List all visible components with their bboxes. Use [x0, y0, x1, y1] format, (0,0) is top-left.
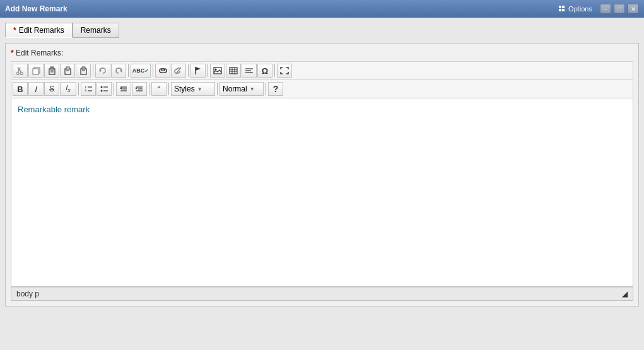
tab-edit-remarks[interactable]: * Edit Remarks [5, 23, 73, 38]
link-button[interactable] [155, 64, 170, 78]
format-label: Normal [223, 85, 247, 93]
title-bar: Add New Remark Options − □ ✕ [0, 0, 644, 18]
svg-rect-15 [66, 67, 69, 69]
table-button[interactable] [226, 64, 241, 78]
resize-handle[interactable]: ◢ [622, 289, 628, 298]
align-button[interactable] [242, 64, 257, 78]
status-bar: body p ◢ [11, 287, 633, 301]
unlink-icon [174, 67, 183, 74]
minimize-button[interactable]: − [600, 4, 611, 14]
paste-word-icon [79, 66, 88, 75]
toolbar-separator-6 [274, 64, 275, 77]
ordered-list-button[interactable]: 1. 2. [81, 82, 96, 96]
help-button[interactable]: ? [268, 82, 283, 96]
undo-icon [98, 67, 107, 74]
redo-button[interactable] [111, 64, 126, 78]
italic-button[interactable]: I [28, 82, 44, 96]
panel-label: * Edit Remarks: [11, 49, 633, 57]
ul-icon [100, 85, 108, 93]
format-dropdown-arrow: ▼ [250, 86, 255, 92]
restore-button[interactable]: □ [614, 4, 625, 14]
format-dropdown[interactable]: Normal ▼ [220, 82, 264, 96]
svg-rect-1 [562, 6, 565, 8]
grid-icon [559, 6, 566, 12]
omega-icon: Ω [262, 66, 268, 76]
svg-rect-28 [230, 67, 237, 74]
svg-rect-11 [50, 67, 54, 69]
svg-marker-25 [196, 67, 201, 71]
svg-point-6 [16, 73, 19, 75]
toolbar-separator-12 [266, 83, 266, 95]
svg-point-27 [215, 69, 217, 71]
toolbar-separator-2 [128, 64, 129, 77]
editor-area[interactable]: Remarkable remark [11, 98, 633, 287]
tab-remarks-label: Remarks [81, 26, 111, 35]
svg-text:2.: 2. [85, 88, 87, 92]
bold-button[interactable]: B [13, 82, 28, 96]
clear-format-icon: Ix [66, 84, 71, 93]
paste-word-button[interactable] [76, 64, 91, 78]
styles-dropdown[interactable]: Styles ▼ [171, 82, 215, 96]
title-bar-controls: Options − □ ✕ [559, 4, 639, 14]
toolbar-row-1: ABC✓ [11, 61, 633, 79]
image-icon [213, 67, 222, 74]
blockquote-button[interactable]: “ [151, 82, 167, 96]
copy-icon [32, 67, 40, 75]
svg-point-7 [20, 73, 23, 75]
unordered-list-button[interactable] [97, 82, 112, 96]
clear-format-button[interactable]: Ix [60, 82, 76, 96]
toolbar-row-2: B I S Ix 1. 2. [11, 79, 633, 98]
toolbar-separator-7 [78, 83, 79, 95]
unlink-button[interactable] [171, 64, 186, 78]
strikethrough-button[interactable]: S [44, 82, 59, 96]
copy-button[interactable] [28, 64, 44, 78]
tab-remarks[interactable]: Remarks [73, 23, 119, 38]
paste-plain-icon [64, 66, 72, 75]
flag-button[interactable] [190, 64, 206, 78]
svg-point-40 [101, 86, 103, 88]
styles-dropdown-arrow: ▼ [197, 86, 202, 92]
special-chars-button[interactable]: Ω [257, 64, 272, 78]
toolbar-separator-10 [168, 83, 169, 95]
svg-rect-3 [562, 9, 565, 11]
align-icon [245, 67, 254, 74]
close-button[interactable]: ✕ [628, 4, 639, 14]
outdent-icon [119, 85, 128, 93]
svg-rect-0 [559, 6, 561, 8]
options-label: Options [568, 5, 592, 13]
link-icon [159, 67, 167, 74]
paste-button[interactable] [44, 64, 59, 78]
tab-bar: * Edit Remarks Remarks [5, 23, 639, 38]
svg-rect-9 [33, 69, 38, 74]
svg-marker-47 [120, 87, 122, 90]
cut-button[interactable] [13, 64, 28, 78]
spellcheck-button[interactable]: ABC✓ [131, 64, 151, 78]
toolbar-separator-8 [114, 83, 114, 95]
toolbar-separator-11 [217, 83, 218, 95]
indent-icon [135, 85, 144, 93]
svg-marker-21 [120, 69, 122, 73]
toolbar-separator-4 [188, 64, 189, 77]
toolbar-separator-1 [93, 64, 93, 77]
redo-icon [114, 67, 123, 74]
toolbar-separator-3 [153, 64, 153, 77]
svg-marker-20 [100, 69, 102, 73]
image-button[interactable] [210, 64, 225, 78]
undo-button[interactable] [95, 64, 110, 78]
toolbar-separator-9 [149, 83, 149, 95]
ol-icon: 1. 2. [84, 85, 93, 93]
cut-icon [16, 66, 24, 75]
fullscreen-icon [280, 67, 289, 74]
paste-plain-button[interactable] [60, 64, 75, 78]
toolbar-separator-5 [208, 64, 208, 77]
options-menu[interactable]: Options [559, 5, 592, 13]
styles-label: Styles [174, 85, 195, 93]
editor-panel: * Edit Remarks: [5, 43, 639, 306]
window-title: Add New Remark [5, 4, 67, 13]
fullscreen-button[interactable] [277, 64, 292, 78]
svg-marker-51 [136, 87, 138, 90]
outdent-button[interactable] [116, 82, 131, 96]
indent-button[interactable] [132, 82, 147, 96]
svg-point-41 [101, 90, 103, 92]
svg-rect-2 [559, 9, 561, 11]
